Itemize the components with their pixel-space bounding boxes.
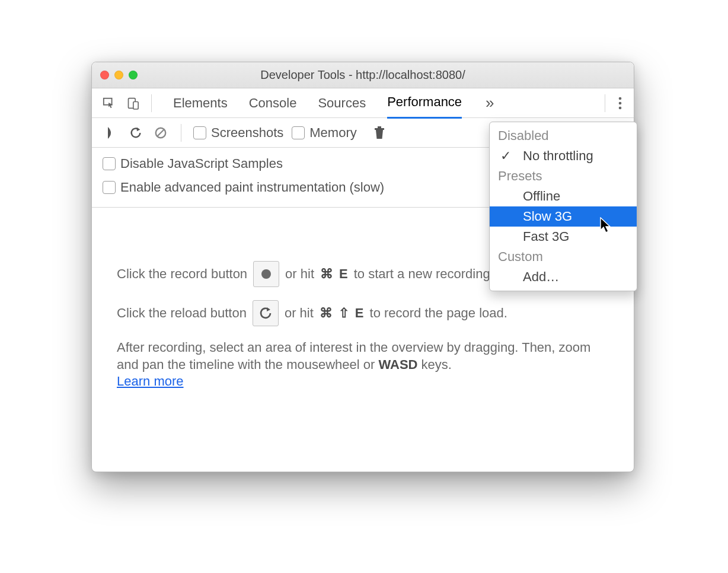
- more-options-icon[interactable]: [615, 97, 625, 110]
- check-icon: ✓: [500, 148, 511, 164]
- text: keys.: [417, 357, 451, 372]
- dropdown-item-offline[interactable]: Offline: [490, 186, 637, 206]
- network-throttling-dropdown: Disabled ✓ No throttling Presets Offline…: [489, 122, 637, 291]
- close-button[interactable]: [100, 71, 109, 79]
- svg-rect-8: [375, 128, 384, 130]
- shift-key: ⇧: [339, 305, 349, 322]
- svg-rect-9: [378, 126, 381, 128]
- e-key: E: [339, 266, 348, 283]
- learn-more-link[interactable]: Learn more: [117, 374, 184, 389]
- dropdown-header-presets: Presets: [490, 166, 637, 186]
- dropdown-header-disabled: Disabled: [490, 126, 637, 146]
- cmd-key: ⌘: [320, 266, 333, 283]
- wasd-text: WASD: [378, 357, 417, 372]
- reload-icon[interactable]: [127, 125, 144, 141]
- tabs-bar: Elements Console Sources Performance »: [92, 88, 634, 118]
- memory-checkbox[interactable]: Memory: [292, 125, 356, 141]
- screenshots-checkbox[interactable]: Screenshots: [193, 125, 283, 141]
- tab-sources[interactable]: Sources: [318, 95, 366, 118]
- tab-list: Elements Console Sources Performance: [173, 87, 462, 119]
- tab-console[interactable]: Console: [249, 95, 297, 118]
- titlebar: Developer Tools - http://localhost:8080/: [92, 62, 634, 88]
- text: Click the record button: [117, 266, 247, 283]
- tabs-overflow-button[interactable]: »: [486, 94, 494, 112]
- text: Click the reload button: [117, 305, 247, 322]
- tab-performance[interactable]: Performance: [387, 94, 462, 119]
- dropdown-item-label: Fast 3G: [523, 229, 569, 244]
- window-title: Developer Tools - http://localhost:8080/: [92, 68, 634, 82]
- svg-point-3: [619, 97, 622, 100]
- svg-point-5: [619, 106, 622, 109]
- traffic-lights: [100, 71, 138, 79]
- help-paragraph: After recording, select an area of inter…: [117, 339, 609, 373]
- dropdown-header-custom: Custom: [490, 247, 637, 267]
- separator: [181, 124, 181, 142]
- dropdown-item-label: No throttling: [523, 148, 593, 163]
- help-line-reload: Click the reload button or hit ⌘ ⇧ E to …: [117, 300, 609, 326]
- svg-point-10: [261, 269, 271, 279]
- enable-paint-checkbox[interactable]: Enable advanced paint instrumentation (s…: [103, 180, 384, 195]
- svg-line-7: [158, 129, 164, 136]
- cmd-key: ⌘: [320, 305, 333, 322]
- text: to record the page load.: [370, 305, 507, 322]
- text: or hit: [285, 266, 314, 283]
- clear-icon[interactable]: [152, 125, 169, 141]
- separator: [605, 94, 605, 112]
- tab-elements[interactable]: Elements: [173, 95, 228, 118]
- svg-point-4: [619, 101, 622, 104]
- minimize-button[interactable]: [114, 71, 123, 79]
- dropdown-item-fast-3g[interactable]: Fast 3G: [490, 227, 637, 247]
- device-toolbar-icon[interactable]: [124, 94, 142, 112]
- inspect-element-icon[interactable]: [100, 94, 118, 112]
- garbage-icon[interactable]: [371, 125, 388, 141]
- devtools-window: Developer Tools - http://localhost:8080/…: [91, 62, 634, 472]
- disable-js-label: Disable JavaScript Samples: [120, 156, 283, 171]
- record-icon[interactable]: [103, 125, 119, 141]
- svg-rect-2: [133, 101, 138, 109]
- memory-label: Memory: [309, 125, 356, 141]
- text: or hit: [285, 305, 314, 322]
- dropdown-item-slow-3g[interactable]: Slow 3G: [490, 206, 637, 227]
- dropdown-item-add[interactable]: Add…: [490, 267, 637, 287]
- dropdown-item-label: Slow 3G: [523, 209, 572, 224]
- enable-paint-label: Enable advanced paint instrumentation (s…: [120, 180, 384, 195]
- dropdown-item-label: Offline: [523, 189, 560, 203]
- record-button-demo[interactable]: [253, 261, 279, 287]
- dropdown-item-no-throttling[interactable]: ✓ No throttling: [490, 146, 637, 166]
- screenshots-label: Screenshots: [211, 125, 283, 141]
- disable-js-checkbox[interactable]: Disable JavaScript Samples: [103, 156, 283, 171]
- dropdown-item-label: Add…: [523, 269, 559, 284]
- text: After recording, select an area of inter…: [117, 340, 590, 372]
- reload-button-demo[interactable]: [253, 300, 279, 326]
- e-key: E: [355, 305, 364, 322]
- separator: [151, 94, 152, 112]
- maximize-button[interactable]: [129, 71, 138, 79]
- text: to start a new recording.: [354, 266, 494, 283]
